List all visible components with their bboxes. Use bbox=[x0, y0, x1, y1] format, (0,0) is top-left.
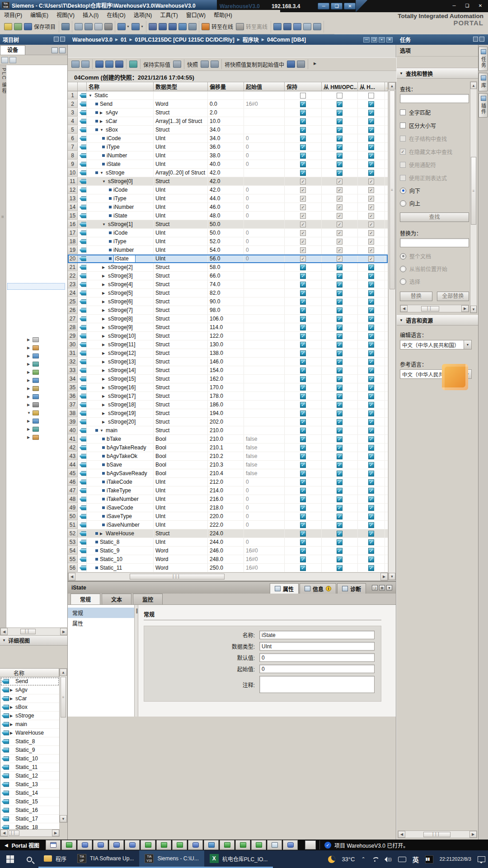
hmi-opc-checkbox[interactable]: ✓ bbox=[337, 462, 343, 468]
expand-arrow-icon[interactable]: ▶ bbox=[102, 334, 107, 338]
editor-button[interactable] bbox=[93, 840, 108, 850]
hmi-write-checkbox[interactable]: ✓ bbox=[368, 247, 374, 253]
detail-item[interactable]: Send bbox=[0, 677, 59, 686]
expand-arrow-icon[interactable]: ▶ bbox=[27, 395, 33, 399]
find-replace-section-header[interactable]: ▼ 查找和替换 bbox=[397, 68, 478, 79]
go-online-label[interactable]: 转至在线 bbox=[211, 23, 233, 30]
scroll-up-icon[interactable]: ▲ bbox=[389, 82, 395, 90]
replace-all-button[interactable]: 全部替换 bbox=[437, 292, 469, 301]
expand-arrow-icon[interactable]: ▶ bbox=[9, 705, 14, 709]
db-row-bSave[interactable]: 44bSaveBool210.3false✓✓✓ bbox=[68, 461, 388, 469]
outer-restore-button[interactable]: ❏ bbox=[461, 3, 473, 9]
taskbar-app-4[interactable]: X杭电仓库PLC_IO... bbox=[204, 850, 273, 868]
hmi-write-checkbox[interactable]: ✓ bbox=[368, 445, 374, 451]
hmi-write-checkbox[interactable]: ✓ bbox=[368, 290, 374, 296]
expand-arrow-icon[interactable]: ▼ bbox=[102, 179, 107, 184]
retain-checkbox[interactable]: ✓ bbox=[300, 170, 306, 176]
hmi-write-checkbox[interactable]: ✓ bbox=[368, 539, 374, 545]
hmi-write-checkbox[interactable]: ✓ bbox=[368, 325, 374, 330]
hmi-write-checkbox[interactable]: ✓ bbox=[368, 273, 374, 279]
scroll-down-icon[interactable]: ▼ bbox=[470, 306, 477, 313]
split-editor-icon[interactable] bbox=[313, 23, 321, 30]
db-row-iSaveNumber[interactable]: 51iSaveNumberUInt222.00✓✓✓ bbox=[68, 521, 388, 529]
name-cell[interactable]: ▶sCar bbox=[87, 117, 154, 125]
hmi-write-checkbox[interactable]: ✓ bbox=[368, 410, 374, 416]
data-type-cell[interactable]: Struct bbox=[154, 177, 208, 185]
retain-checkbox[interactable]: ✓ bbox=[300, 428, 306, 434]
hmi-write-checkbox[interactable]: ✓ bbox=[368, 256, 374, 262]
start-value-cell[interactable] bbox=[244, 323, 285, 331]
properties-tab-属性[interactable]: 属性 bbox=[270, 583, 299, 594]
retain-checkbox[interactable]: ✓ bbox=[300, 376, 306, 382]
hmi-opc-checkbox[interactable]: ✓ bbox=[337, 290, 343, 296]
hmi-write-checkbox[interactable]: ✓ bbox=[368, 144, 374, 150]
retain-checkbox[interactable]: ✓ bbox=[300, 342, 306, 348]
close-button[interactable]: ✕ bbox=[344, 3, 356, 9]
hmi-opc-checkbox[interactable]: ✓ bbox=[337, 179, 343, 184]
retain-checkbox[interactable]: ✓ bbox=[300, 110, 306, 116]
db-row-Static_9[interactable]: 54Static_9Word246.016#0✓✓✓ bbox=[68, 547, 388, 555]
start-value-cell[interactable] bbox=[244, 108, 285, 117]
retain-checkbox[interactable]: ✓ bbox=[300, 101, 306, 107]
start-button[interactable] bbox=[0, 850, 20, 868]
column-header-blank[interactable] bbox=[78, 82, 87, 91]
expand-arrow-icon[interactable]: ▶ bbox=[102, 351, 107, 355]
start-value-cell[interactable]: 16#0 bbox=[244, 547, 285, 555]
db-row-iType[interactable]: 18iTypeUInt52.00✓✓✓ bbox=[68, 237, 388, 246]
detail-view-hscrollbar[interactable]: ◀ ▏▏ ▶ bbox=[0, 829, 60, 837]
editor-button[interactable] bbox=[156, 840, 171, 850]
data-type-cell[interactable]: Struct bbox=[154, 323, 208, 331]
menu-item-2[interactable]: 编辑(E) bbox=[26, 10, 52, 19]
hmi-opc-checkbox[interactable]: ✓ bbox=[337, 531, 343, 537]
expand-toolbar-icon[interactable]: ▶ bbox=[311, 61, 319, 68]
start-value-cell[interactable] bbox=[244, 366, 285, 374]
hmi-opc-checkbox[interactable]: ✓ bbox=[337, 376, 343, 382]
retain-checkbox[interactable]: ✓ bbox=[300, 359, 306, 365]
editor-button[interactable] bbox=[204, 840, 219, 850]
expand-arrow-icon[interactable]: ▼ bbox=[89, 94, 93, 98]
data-type-cell[interactable]: Bool bbox=[154, 469, 208, 477]
replace-input[interactable] bbox=[400, 238, 469, 247]
start-value-cell[interactable]: 0 bbox=[244, 194, 285, 203]
start-value-cell[interactable] bbox=[244, 340, 285, 349]
properties-tab-诊断[interactable]: 诊断 bbox=[337, 583, 366, 594]
hmi-write-checkbox[interactable] bbox=[368, 93, 374, 99]
hmi-opc-checkbox[interactable]: ✓ bbox=[337, 213, 343, 219]
hmi-opc-checkbox[interactable]: ✓ bbox=[337, 307, 343, 313]
retain-checkbox[interactable]: ✓ bbox=[300, 522, 306, 528]
start-value-cell[interactable] bbox=[244, 272, 285, 280]
data-type-cell[interactable]: Struct bbox=[154, 375, 208, 383]
expand-arrow-icon[interactable]: ▶ bbox=[102, 326, 107, 330]
save-project-label[interactable]: 保存项目 bbox=[34, 23, 56, 30]
hmi-opc-checkbox[interactable]: ✓ bbox=[337, 256, 343, 262]
hmi-opc-checkbox[interactable]: ✓ bbox=[337, 170, 343, 176]
expand-arrow-icon[interactable]: ▶ bbox=[102, 308, 107, 312]
field-value-数据类型[interactable]: UInt bbox=[259, 642, 375, 651]
editor-button[interactable] bbox=[235, 840, 250, 850]
hmi-opc-checkbox[interactable]: ✓ bbox=[337, 565, 343, 571]
retain-checkbox[interactable]: ✓ bbox=[300, 385, 306, 391]
menu-item-7[interactable]: 工具(T) bbox=[156, 10, 182, 19]
properties-nav-常规[interactable]: 常规 bbox=[68, 608, 134, 618]
db-row-sStroge[15][interactable]: 34▶sStroge[15]Struct162.0✓✓✓ bbox=[68, 375, 388, 383]
subtab-常规[interactable]: 常规 bbox=[70, 594, 100, 604]
expand-all-members-icon[interactable] bbox=[115, 61, 123, 68]
hmi-opc-checkbox[interactable]: ✓ bbox=[337, 222, 343, 227]
subtab-文本[interactable]: 文本 bbox=[102, 594, 131, 604]
go-offline-icon[interactable] bbox=[236, 23, 244, 30]
field-value-默认值[interactable]: 0 bbox=[259, 653, 375, 662]
hmi-write-checkbox[interactable]: ✓ bbox=[368, 187, 374, 193]
expand-arrow-icon[interactable]: ▶ bbox=[27, 435, 33, 439]
db-row-Static_8[interactable]: 53Static_8UInt244.00✓✓✓ bbox=[68, 538, 388, 547]
start-value-cell[interactable]: 16#0 bbox=[244, 100, 285, 108]
start-simulation-icon[interactable] bbox=[283, 23, 291, 30]
copy-icon[interactable] bbox=[84, 23, 93, 30]
expand-arrow-icon[interactable]: ▼ bbox=[100, 128, 104, 132]
minimize-button[interactable]: ─ bbox=[318, 3, 329, 9]
db-row-iState[interactable]: 15iStateUInt48.00✓✓✓ bbox=[68, 212, 388, 220]
tree-node[interactable]: ▶ bbox=[6, 352, 67, 360]
find-replace-hscrollbar[interactable]: ◀ ▏▏ ▶ bbox=[400, 305, 469, 312]
tree-columns-icon[interactable] bbox=[9, 57, 16, 63]
edit-language-select[interactable]: 中文（中华人民共和国） ▼ bbox=[400, 340, 472, 349]
retain-checkbox[interactable]: ✓ bbox=[300, 445, 306, 451]
